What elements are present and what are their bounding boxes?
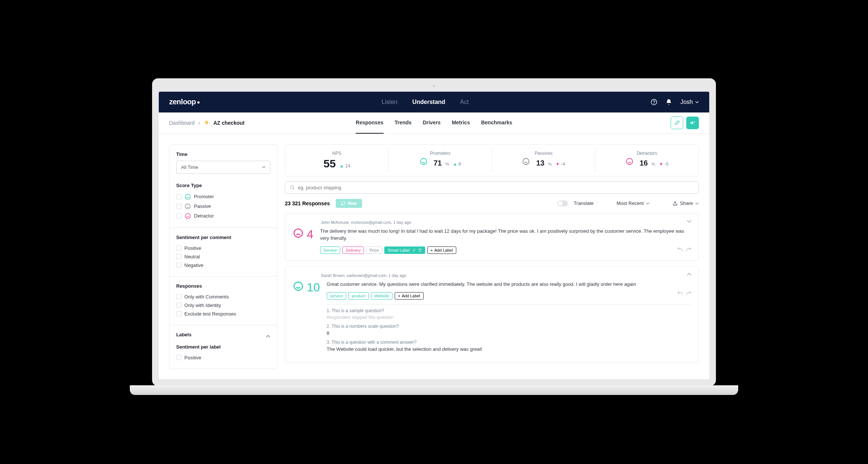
chevron-up-icon[interactable] [266, 334, 270, 339]
svg-point-8 [290, 186, 293, 189]
time-select[interactable]: All Time [176, 161, 270, 174]
tag-service[interactable]: service [327, 292, 346, 300]
score-type-heading: Score Type [176, 183, 270, 188]
response-score: 4 [307, 228, 313, 241]
tab-benchmarks[interactable]: Benchmarks [481, 112, 512, 134]
chevron-down-icon [262, 165, 266, 169]
main-panel: NPS 55 ▲ 14 Promoters 71% ▲ 9 [285, 144, 699, 369]
svg-point-3 [185, 204, 190, 209]
add-label-button[interactable]: + Add Label [427, 246, 456, 254]
question-text: 1. This is a sample question? [327, 308, 691, 313]
sentiment-per-label-heading: Sentiment per label [176, 344, 270, 350]
filter-neutral[interactable]: Neutral [176, 252, 270, 261]
forward-icon[interactable] [686, 290, 692, 298]
pencil-icon [674, 120, 680, 126]
user-menu[interactable]: Josh [680, 99, 699, 105]
frown-icon [625, 157, 634, 166]
svg-point-4 [185, 213, 190, 219]
filter-promoter[interactable]: Promoter [176, 192, 270, 202]
checkbox-icon [176, 262, 181, 268]
filter-detractor[interactable]: Detractor [176, 211, 270, 221]
neutral-icon [522, 157, 530, 166]
checkbox-icon [176, 294, 181, 299]
chevron-down-icon [646, 202, 650, 205]
help-icon[interactable] [651, 99, 657, 105]
top-navbar: zenloop Listen Understand Act Josh [159, 92, 709, 112]
brand-logo: zenloop [169, 98, 200, 106]
qa-section: 1. This is a sample question? Respondent… [327, 304, 691, 352]
nav-understand[interactable]: Understand [412, 99, 445, 105]
smile-icon [184, 193, 191, 200]
search-box[interactable] [285, 182, 699, 194]
breadcrumb-root[interactable]: Dashboard [169, 120, 195, 126]
edit-button[interactable] [671, 117, 683, 129]
tag-service[interactable]: Service [320, 246, 341, 254]
question-text: 3. This is a question with a comment ans… [327, 340, 691, 345]
translate-label: Translate [574, 200, 594, 206]
tab-trends[interactable]: Trends [395, 112, 412, 134]
response-score: 10 [307, 281, 320, 294]
checkbox-icon [176, 245, 181, 251]
time-heading: Time [176, 151, 270, 157]
filter-label-positive[interactable]: Positive [176, 353, 270, 362]
svg-point-10 [294, 282, 303, 290]
arrow-up-icon: ▲ 9 [453, 161, 461, 167]
search-input[interactable] [298, 185, 694, 190]
filter-passive[interactable]: Passive [176, 202, 270, 211]
chevron-down-icon [695, 100, 699, 104]
filter-negative[interactable]: Negative [176, 261, 270, 269]
frown-icon [293, 228, 304, 240]
bell-icon[interactable] [665, 99, 672, 105]
filter-only-identity[interactable]: Only with Identity [176, 301, 270, 310]
reply-icon[interactable] [677, 246, 683, 254]
collapse-toggle[interactable] [687, 272, 692, 278]
new-button[interactable]: New [336, 199, 362, 208]
pencil-icon [412, 248, 416, 252]
smile-icon [420, 157, 428, 166]
response-meta: Sarah Brown, sarbrown@gmail.com, 1 day a… [293, 273, 691, 278]
svg-point-6 [523, 158, 529, 164]
labels-heading: Labels [176, 332, 191, 337]
tag-website[interactable]: Website [371, 292, 392, 300]
reply-icon[interactable] [677, 290, 683, 298]
tag-price[interactable]: Price [366, 246, 382, 254]
tab-responses[interactable]: Responses [356, 112, 384, 134]
breadcrumb: Dashboard › AZ checkout [169, 120, 244, 127]
svg-point-5 [420, 158, 427, 164]
sub-navbar: Dashboard › AZ checkout Responses Trends… [159, 112, 709, 134]
star-icon [204, 120, 210, 127]
megaphone-icon [690, 120, 696, 126]
trash-icon [418, 248, 422, 252]
filter-exclude-test[interactable]: Exclude test Responses [176, 310, 270, 318]
tab-metrics[interactable]: Metrics [452, 112, 470, 134]
share-icon [673, 201, 678, 206]
search-icon [290, 185, 295, 190]
response-count: 23 321 Responses [285, 200, 330, 206]
tag-product[interactable]: product [348, 292, 369, 300]
filter-only-comments[interactable]: Only with Comments [176, 293, 270, 301]
frown-icon [184, 213, 191, 219]
svg-point-2 [185, 194, 190, 199]
nav-listen[interactable]: Listen [382, 99, 398, 105]
responses-heading: Responses [176, 283, 270, 289]
forward-icon[interactable] [686, 246, 692, 254]
translate-toggle[interactable] [558, 200, 568, 206]
response-card: Sarah Brown, sarbrown@gmail.com, 1 day a… [285, 266, 699, 363]
checkbox-icon [176, 194, 181, 199]
tag-smart-label[interactable]: Smart Label [384, 246, 425, 254]
response-meta: John McKenzie, mckenzie@gmail.com, 1 day… [293, 220, 691, 225]
tab-drivers[interactable]: Drivers [423, 112, 441, 134]
response-text: Great customer service. My questions wer… [327, 281, 691, 288]
filter-positive[interactable]: Positive [176, 244, 270, 252]
sort-dropdown[interactable]: Most Recent [617, 200, 650, 206]
skipped-text: Respondent skipped this question [327, 315, 691, 320]
nav-act[interactable]: Act [460, 99, 468, 105]
share-dropdown[interactable]: Share [673, 200, 699, 206]
tag-delivery[interactable]: Delivery [342, 246, 364, 254]
checkbox-icon [176, 204, 181, 209]
collapse-toggle[interactable] [687, 219, 692, 225]
arrow-up-icon: ▲ 14 [339, 163, 350, 169]
checkbox-icon [176, 254, 181, 259]
announce-button[interactable] [686, 117, 699, 129]
add-label-button[interactable]: + Add Label [395, 292, 424, 300]
